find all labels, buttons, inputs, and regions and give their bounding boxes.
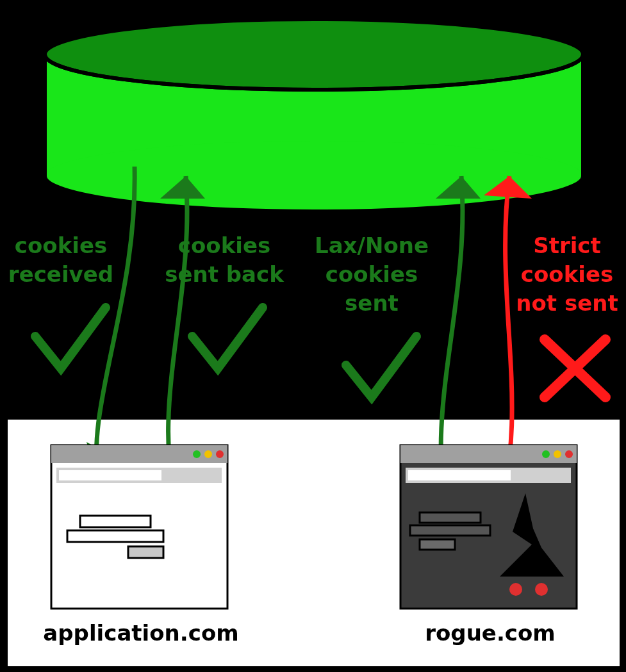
svg-rect-19	[410, 525, 490, 536]
text-strict-1: Strict	[533, 233, 601, 258]
label-cookies-received: cookies received	[8, 233, 113, 287]
cross-strict	[545, 340, 605, 397]
window-dot-red-icon	[565, 450, 573, 458]
window-dot-yellow-icon	[204, 450, 212, 458]
text-received-1: cookies	[15, 233, 107, 258]
text-strict-3: not sent	[516, 290, 618, 316]
svg-rect-13	[128, 546, 163, 558]
text-laxnone-2: cookies	[325, 261, 418, 287]
text-sentback-2: sent back	[165, 261, 284, 287]
browser-legit	[51, 445, 227, 609]
text-sentback-1: cookies	[178, 233, 270, 258]
svg-rect-10	[59, 470, 161, 480]
text-strict-2: cookies	[521, 261, 613, 287]
svg-rect-20	[420, 539, 455, 550]
window-dot-green-icon	[193, 450, 201, 458]
label-rogue-site: rogue.com	[425, 620, 556, 646]
text-laxnone-1: Lax/None	[315, 233, 429, 258]
label-strict: Strict cookies not sent	[516, 233, 618, 316]
svg-rect-18	[420, 512, 481, 523]
browser-rogue	[400, 445, 577, 609]
check-sent-back	[192, 307, 263, 368]
check-received	[35, 307, 106, 368]
window-dot-yellow-icon	[554, 450, 561, 458]
svg-rect-11	[80, 516, 151, 527]
window-dot-green-icon	[542, 450, 550, 458]
label-lax-none: Lax/None cookies sent	[315, 233, 429, 316]
window-dot-red-icon	[216, 450, 224, 458]
evil-eye-icon	[535, 583, 548, 596]
svg-rect-15	[400, 445, 577, 463]
svg-rect-8	[51, 445, 227, 463]
svg-rect-17	[408, 470, 511, 480]
evil-eye-icon	[509, 583, 522, 596]
text-received-2: received	[8, 261, 113, 287]
diagram-canvas: cookies received cookies sent back Lax/N…	[0, 0, 626, 672]
text-laxnone-3: sent	[345, 290, 399, 316]
label-legit-site: application.com	[43, 620, 238, 646]
check-lax-none	[346, 336, 416, 397]
svg-rect-12	[67, 530, 163, 542]
